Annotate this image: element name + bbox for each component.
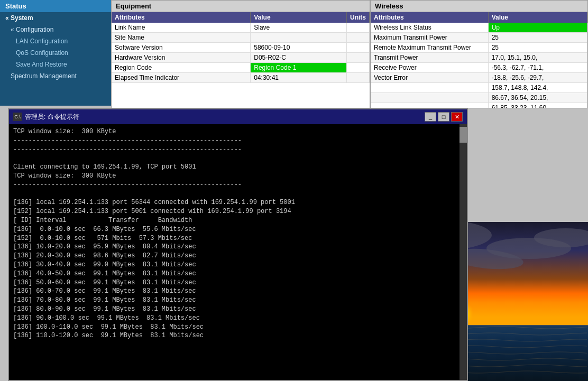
cmd-icon: C:\ <box>13 113 22 121</box>
cmd-window: C:\ 管理员: 命令提示符 _ □ ✕ TCP window size: 30… <box>8 108 468 381</box>
wireless-value-cell: 17.0, 15.1, 15.0, <box>488 53 587 63</box>
wireless-value-cell: -18.8, -25.6, -29.7, <box>488 73 587 83</box>
cmd-controls: _ □ ✕ <box>425 112 463 122</box>
wireless-attr-cell: Vector Error <box>371 73 488 83</box>
wireless-attr-cell: Receive Power <box>371 63 488 73</box>
equipment-units-cell <box>347 33 370 43</box>
equipment-panel: Equipment Attributes Value Units Link Na… <box>111 0 370 108</box>
wireless-value-cell: 158.7, 148.8, 142.4, <box>488 83 587 93</box>
equipment-attr-cell: Elapsed Time Indicator <box>112 73 251 83</box>
wireless-value-cell: Up <box>488 23 587 33</box>
equipment-value-cell: 04:30:41 <box>251 73 347 83</box>
sidebar-item-qos[interactable]: QoS Configuration <box>0 47 111 59</box>
equipment-units-cell <box>347 73 370 83</box>
equipment-value-cell <box>251 33 347 43</box>
equipment-value-cell: Region Code 1 <box>251 63 347 73</box>
wireless-value-cell: 25 <box>488 43 587 53</box>
equipment-attr-cell: Region Code <box>112 63 251 73</box>
sidebar-item-configuration[interactable]: « Configuration <box>0 24 111 35</box>
equipment-col-value: Value <box>251 12 347 23</box>
equipment-attr-cell: Hardware Version <box>112 53 251 63</box>
cmd-scrollbar-thumb[interactable] <box>460 127 467 143</box>
equipment-attr-cell: Site Name <box>112 33 251 43</box>
wireless-title: Wireless <box>371 1 587 12</box>
wireless-value-cell: 61.85, 33.23, 11.60, <box>488 103 587 109</box>
wireless-value-cell: 86.67, 36.54, 20.15, <box>488 93 587 103</box>
equipment-units-cell <box>347 43 370 53</box>
sidebar-item-lan[interactable]: LAN Configuration <box>0 35 111 47</box>
equipment-col-units: Units <box>347 12 370 23</box>
sidebar: Status « System « Configuration LAN Conf… <box>0 0 111 106</box>
cmd-scrollbar[interactable] <box>460 124 467 380</box>
sidebar-item-spectrum[interactable]: Spectrum Management <box>0 70 111 82</box>
wireless-attr-cell <box>371 93 488 103</box>
wireless-table: Attributes Value Wireless Link StatusUpM… <box>371 12 587 108</box>
wireless-attr-cell: Remote Maximum Transmit Power <box>371 43 488 53</box>
equipment-attr-cell: Link Name <box>112 23 251 33</box>
cmd-title-left: C:\ 管理员: 命令提示符 <box>13 113 79 122</box>
sidebar-status[interactable]: Status <box>0 0 111 12</box>
wireless-value-cell: -56.3, -62.7, -71.1, <box>488 63 587 73</box>
cmd-body[interactable]: TCP window size: 300 KByte -------------… <box>9 124 467 380</box>
equipment-units-cell <box>347 63 370 73</box>
wireless-value-cell: 25 <box>488 33 587 43</box>
equipment-value-cell: 58600-09-10 <box>251 43 347 53</box>
cmd-title-text: 管理员: 命令提示符 <box>25 113 79 122</box>
cmd-maximize-button[interactable]: □ <box>438 112 449 122</box>
equipment-units-cell <box>347 53 370 63</box>
equipment-title: Equipment <box>112 1 370 12</box>
wireless-col-attr: Attributes <box>371 12 488 23</box>
cmd-minimize-button[interactable]: _ <box>425 112 436 122</box>
wireless-attr-cell: Transmit Power <box>371 53 488 63</box>
equipment-table: Attributes Value Units Link NameSlaveSit… <box>112 12 370 83</box>
cmd-close-button[interactable]: ✕ <box>451 112 463 122</box>
cmd-content: TCP window size: 300 KByte -------------… <box>13 127 463 340</box>
wireless-panel: Wireless Attributes Value Wireless Link … <box>370 0 588 108</box>
equipment-units-cell <box>347 23 370 33</box>
sidebar-item-save-restore[interactable]: Save And Restore <box>0 59 111 70</box>
sidebar-item-system[interactable]: « System <box>0 12 111 24</box>
equipment-value-cell: D05-R02-C <box>251 53 347 63</box>
equipment-col-attr: Attributes <box>112 12 251 23</box>
cmd-titlebar: C:\ 管理员: 命令提示符 _ □ ✕ <box>9 109 467 124</box>
equipment-attr-cell: Software Version <box>112 43 251 53</box>
wireless-attr-cell: Maximum Transmit Power <box>371 33 488 43</box>
wireless-attr-cell <box>371 103 488 109</box>
wireless-attr-cell: Wireless Link Status <box>371 23 488 33</box>
wireless-attr-cell <box>371 83 488 93</box>
wireless-col-value: Value <box>488 12 587 23</box>
equipment-value-cell: Slave <box>251 23 347 33</box>
